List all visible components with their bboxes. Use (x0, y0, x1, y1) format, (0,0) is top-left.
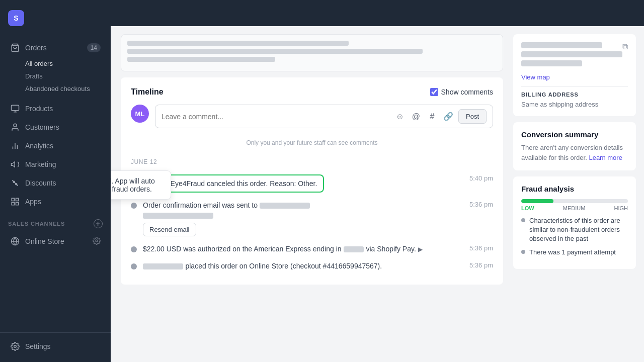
top-bar (111, 0, 644, 26)
fraud-dot-2 (521, 250, 525, 254)
svg-point-19 (96, 240, 98, 242)
sidebar-item-products[interactable]: Products (4, 100, 107, 118)
link-icon[interactable]: 🔗 (442, 111, 454, 123)
products-label: Products (25, 105, 101, 113)
post-button[interactable]: Post (458, 109, 487, 124)
fraud-bullet-2: There was 1 payment attempt (521, 248, 628, 257)
placed-blur (143, 263, 183, 269)
online-store-icon (10, 236, 20, 246)
online-store-settings-icon[interactable] (93, 237, 101, 246)
sidebar: S Orders 14 All orders Drafts Abandoned … (0, 0, 111, 362)
address-content (521, 42, 622, 69)
fraud-bullet-1: Characteristics of this order are simila… (521, 216, 628, 244)
payment-expand-icon[interactable]: ▶ (418, 246, 423, 253)
sidebar-item-orders[interactable]: Orders 14 (4, 39, 107, 57)
resend-email-button[interactable]: Resend email (143, 223, 196, 236)
learn-more-link[interactable]: Learn more (589, 154, 622, 161)
fraud-bar-fill (521, 199, 553, 203)
svg-rect-16 (16, 203, 19, 205)
timeline-entry-3-row: $22.00 USD was authorized on the America… (143, 244, 493, 253)
email-blur-1 (260, 203, 310, 209)
fraud-bar-container: LOW MEDIUM HIGH (521, 199, 628, 211)
timeline-date: JUNE 12 (131, 158, 493, 165)
emoji-icon[interactable]: ☺ (394, 111, 406, 123)
timeline-entry-4-row: placed this order on Online Store (check… (143, 261, 493, 270)
svg-rect-14 (16, 198, 19, 201)
fraud-label-high: HIGH (614, 205, 628, 211)
sidebar-item-discounts[interactable]: Discounts (4, 174, 107, 192)
marketing-icon (10, 159, 20, 169)
marketing-label: Marketing (25, 160, 101, 168)
timeline-section: Timeline Show comments ML (121, 77, 503, 285)
sidebar-item-marketing[interactable]: Marketing (4, 155, 107, 173)
eye4fraud-text: Eye4Fraud canceled this order. Reason: O… (171, 179, 317, 188)
center-panel: Timeline Show comments ML (111, 26, 513, 362)
svg-point-20 (14, 345, 17, 348)
analytics-icon (10, 141, 20, 151)
billing-section: BILLING ADDRESS Same as shipping address (521, 92, 628, 108)
comment-input[interactable] (162, 113, 390, 121)
timeline-entry-email: Order confirmation email was sent to Res… (131, 197, 493, 240)
timeline-entry-payment: $22.00 USD was authorized on the America… (131, 240, 493, 257)
analytics-label: Analytics (25, 142, 101, 150)
sidebar-item-settings[interactable]: Settings (4, 337, 107, 355)
discounts-label: Discounts (25, 179, 101, 187)
payment-suffix: via Shopify Pay. (366, 245, 416, 253)
timeline-dot-3 (131, 246, 137, 252)
mention-icon[interactable]: @ (410, 111, 422, 123)
address-blur-2 (521, 51, 622, 57)
entry-time-2: 5:36 pm (469, 201, 493, 208)
view-map-link[interactable]: View map (521, 73, 628, 81)
address-blur-1 (521, 42, 602, 48)
fraud-bullets: Characteristics of this order are simila… (521, 216, 628, 257)
entry-time-1: 5:40 pm (469, 174, 493, 182)
shopify-logo-icon: S (8, 10, 24, 26)
sidebar-sub-all-orders[interactable]: All orders (4, 57, 107, 70)
show-comments-label[interactable]: Show comments (430, 88, 493, 96)
billing-text: Same as shipping address (521, 101, 628, 108)
timeline-entry-placed: placed this order on Online Store (check… (131, 257, 493, 275)
content-area: Timeline Show comments ML (111, 26, 644, 362)
right-panel: ⧉ View map BILLING ADDRESS Same as shipp… (513, 26, 644, 362)
tooltip-box: optional. App will auto cancel fraud ord… (111, 170, 171, 200)
billing-divider (521, 86, 628, 86)
sidebar-sub-drafts[interactable]: Drafts (4, 70, 107, 82)
order-top-card (121, 34, 503, 71)
timeline-entry-3-content: $22.00 USD was authorized on the America… (143, 244, 493, 253)
email-blur-2 (143, 213, 213, 219)
email-text-block: Order confirmation email was sent to Res… (143, 201, 310, 236)
payment-blur (344, 246, 364, 252)
conversion-title: Conversion summary (521, 130, 628, 139)
svg-rect-13 (12, 198, 14, 201)
sidebar-item-analytics[interactable]: Analytics (4, 137, 107, 155)
svg-point-4 (14, 124, 17, 127)
svg-rect-15 (12, 203, 14, 205)
timeline-dot-2 (131, 203, 137, 209)
fraud-card: Fraud analysis LOW MEDIUM HIGH (513, 176, 636, 269)
svg-marker-8 (12, 162, 15, 167)
payment-text-block: $22.00 USD was authorized on the America… (143, 244, 423, 253)
sales-channels-section-label: SALES CHANNELS + (0, 213, 111, 230)
comment-input-inner: ☺ @ # 🔗 Post (155, 105, 493, 128)
comment-input-row: ML ☺ @ # 🔗 Post (131, 105, 493, 128)
comment-input-wrapper: ☺ @ # 🔗 Post (155, 105, 493, 128)
address-card: ⧉ View map BILLING ADDRESS Same as shipp… (513, 34, 636, 116)
products-icon (10, 104, 20, 114)
settings-label: Settings (25, 342, 101, 350)
sidebar-logo: S (0, 4, 111, 32)
billing-title: BILLING ADDRESS (521, 92, 628, 98)
sidebar-item-apps[interactable]: Apps (4, 193, 107, 211)
sidebar-item-customers[interactable]: Customers (4, 118, 107, 136)
hashtag-icon[interactable]: # (426, 111, 438, 123)
copy-address-icon[interactable]: ⧉ (622, 42, 628, 51)
comment-hint: Only you and your future staff can see c… (131, 136, 493, 152)
sidebar-item-online-store[interactable]: Online Store (4, 232, 107, 250)
payment-text: $22.00 USD was authorized on the America… (143, 245, 342, 253)
show-comments-checkbox[interactable] (430, 88, 438, 96)
add-sales-channel-button[interactable]: + (94, 219, 103, 228)
fraud-bar-track (521, 199, 628, 203)
timeline-entries: optional. App will auto cancel fraud ord… (131, 170, 493, 275)
sidebar-sub-abandoned[interactable]: Abandoned checkouts (4, 82, 107, 95)
sales-channels-section: Online Store (0, 230, 111, 252)
comment-icons: ☺ @ # 🔗 (394, 111, 454, 123)
